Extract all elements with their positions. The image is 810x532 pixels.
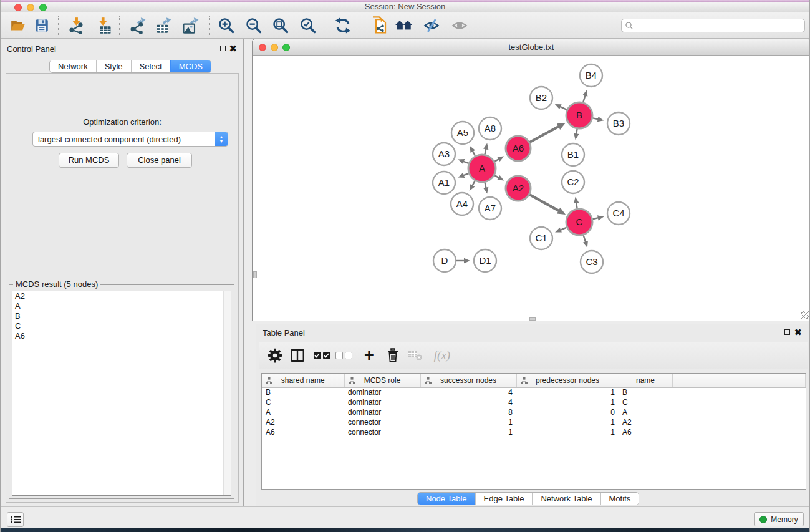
close-panel-button[interactable]: Close panel [127, 153, 192, 168]
graph-node-C1[interactable]: C1 [530, 227, 552, 249]
table-cell[interactable]: 4 [420, 387, 516, 397]
mcds-result-item[interactable]: A2 [12, 291, 231, 301]
float-table-panel-icon[interactable] [784, 329, 790, 335]
table-cell[interactable]: 1 [516, 397, 619, 407]
table-cell[interactable]: B [619, 387, 672, 397]
column-header-shared-name[interactable]: shared name [262, 374, 344, 387]
table-cell[interactable]: 1 [516, 417, 619, 427]
open-session-icon[interactable] [7, 14, 29, 37]
column-header-successor-nodes[interactable]: successor nodes [420, 374, 516, 387]
zoom-in-icon[interactable] [215, 14, 238, 37]
tab-network[interactable]: Network [50, 60, 96, 72]
table-cell[interactable]: dominator [344, 407, 420, 417]
zoom-out-icon[interactable] [243, 14, 265, 37]
tab-style[interactable]: Style [96, 60, 131, 72]
tab-motifs[interactable]: Motifs [600, 493, 639, 505]
network-window-titlebar[interactable]: testGlobe.txt [253, 39, 810, 56]
search-field[interactable] [621, 19, 805, 32]
export-table-icon[interactable] [152, 14, 174, 37]
table-cell[interactable]: A2 [619, 417, 672, 427]
table-row[interactable]: Adominator80A [262, 407, 806, 417]
resize-grip-icon[interactable] [801, 311, 809, 319]
memory-button[interactable]: Memory [754, 512, 804, 526]
table-cell[interactable]: B [262, 387, 344, 397]
table-cell[interactable]: A6 [619, 427, 672, 437]
zoom-fit-icon[interactable] [269, 14, 292, 37]
table-cell[interactable]: dominator [344, 397, 420, 407]
close-panel-icon[interactable]: ✖ [229, 46, 237, 52]
table-row[interactable]: Cdominator41C [262, 397, 806, 407]
show-columns-icon[interactable] [287, 345, 308, 366]
graph-node-A8[interactable]: A8 [479, 117, 501, 140]
minimize-network-button[interactable] [271, 44, 278, 51]
table-cell[interactable]: A [619, 407, 672, 417]
table-cell[interactable]: 1 [420, 427, 516, 437]
graph-node-C3[interactable]: C3 [581, 251, 603, 273]
graph-node-B4[interactable]: B4 [580, 64, 602, 87]
mcds-result-item[interactable]: B [12, 311, 231, 321]
graph-node-A4[interactable]: A4 [451, 193, 473, 215]
import-table-icon[interactable] [93, 14, 115, 37]
apply-layout-icon[interactable] [332, 14, 354, 37]
close-window-button[interactable] [14, 4, 22, 11]
zoom-window-button[interactable] [39, 4, 47, 11]
graph-node-C[interactable]: C [566, 209, 592, 235]
graph-node-B3[interactable]: B3 [607, 112, 630, 135]
table-cell[interactable]: C [262, 397, 344, 407]
graph-node-D[interactable]: D [433, 249, 456, 272]
run-mcds-button[interactable]: Run MCDS [59, 153, 119, 168]
search-input[interactable] [635, 20, 804, 31]
save-session-icon[interactable] [31, 14, 53, 37]
table-cell[interactable]: 8 [420, 407, 516, 417]
vertical-scroll-hint[interactable] [253, 271, 257, 278]
export-image-icon[interactable] [179, 14, 201, 37]
graph-node-A[interactable]: A [468, 155, 496, 182]
function-builder-icon[interactable]: f(x) [432, 345, 453, 366]
table-cell[interactable]: A6 [262, 427, 344, 437]
column-header-name[interactable]: name [619, 374, 672, 387]
close-network-button[interactable] [259, 44, 266, 51]
table-cell[interactable]: connector [344, 427, 420, 437]
reset-view-icon[interactable] [393, 14, 415, 37]
graph-node-B[interactable]: B [566, 102, 592, 128]
graph-node-A7[interactable]: A7 [479, 197, 501, 220]
delete-columns-icon[interactable] [382, 345, 403, 366]
table-options-icon[interactable] [264, 345, 286, 366]
table-cell[interactable]: 1 [516, 387, 619, 397]
table-cell[interactable]: C [619, 397, 672, 407]
delete-table-icon[interactable] [405, 345, 426, 366]
graph-node-A2[interactable]: A2 [506, 176, 531, 201]
criterion-dropdown[interactable]: largest connected component (directed) ▲… [32, 132, 228, 147]
graph-node-B2[interactable]: B2 [530, 87, 552, 109]
show-graphics-details-icon[interactable] [448, 14, 471, 37]
zoom-selected-icon[interactable] [297, 14, 319, 37]
graph-node-A5[interactable]: A5 [451, 122, 474, 144]
graph-edge[interactable] [529, 126, 559, 142]
column-header-MCDS-role[interactable]: MCDS role [344, 374, 420, 387]
table-cell[interactable]: dominator [344, 387, 420, 397]
minimize-window-button[interactable] [27, 4, 34, 11]
maximize-network-button[interactable] [282, 44, 290, 51]
list-scrollbar[interactable] [223, 291, 231, 495]
table-cell[interactable]: connector [344, 417, 420, 427]
column-header-predecessor-nodes[interactable]: predecessor nodes [516, 374, 619, 387]
graph-node-C4[interactable]: C4 [607, 202, 630, 225]
graph-node-A3[interactable]: A3 [433, 143, 455, 165]
unselect-all-columns-icon[interactable] [333, 345, 354, 366]
mcds-result-item[interactable]: A [12, 301, 231, 311]
select-all-columns-icon[interactable] [311, 345, 332, 366]
graph-node-A1[interactable]: A1 [433, 172, 455, 194]
network-canvas[interactable]: B4B2BB3A5A8A6A3B1AA1C2A2A4A7C4CC1C3DD1 [253, 56, 810, 321]
mcds-result-item[interactable]: C [12, 321, 231, 331]
table-row[interactable]: A2connector11A2 [262, 417, 806, 427]
show-task-history-button[interactable] [7, 512, 24, 527]
table-cell[interactable]: A [262, 407, 344, 417]
tab-mcds[interactable]: MCDS [170, 60, 211, 72]
clone-network-icon[interactable] [368, 14, 390, 37]
table-cell[interactable]: A2 [262, 417, 344, 427]
graph-node-D1[interactable]: D1 [474, 249, 496, 272]
create-column-icon[interactable]: + [359, 345, 380, 366]
tab-network-table[interactable]: Network Table [532, 493, 600, 505]
mcds-result-item[interactable]: A6 [12, 331, 231, 341]
table-cell[interactable]: 1 [516, 427, 619, 437]
